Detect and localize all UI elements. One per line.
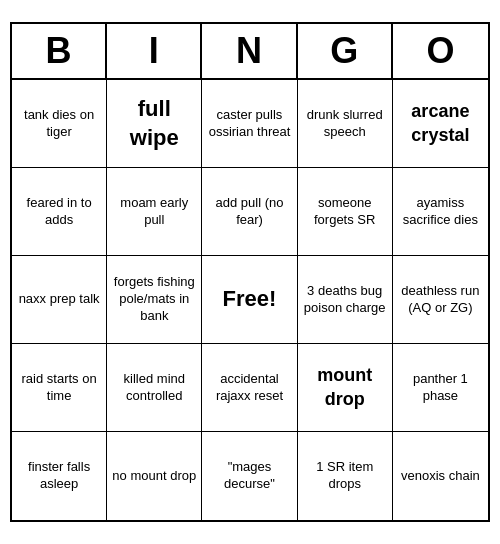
bingo-cell-11[interactable]: forgets fishing pole/mats in bank [107, 256, 202, 344]
cell-text-15: raid starts on time [16, 371, 102, 405]
cell-text-1: full wipe [111, 95, 197, 152]
bingo-cell-17[interactable]: accidental rajaxx reset [202, 344, 297, 432]
cell-text-5: feared in to adds [16, 195, 102, 229]
cell-text-7: add pull (no fear) [206, 195, 292, 229]
bingo-cell-18[interactable]: mount drop [298, 344, 393, 432]
bingo-cell-16[interactable]: killed mind controlled [107, 344, 202, 432]
bingo-cell-13[interactable]: 3 deaths bug poison charge [298, 256, 393, 344]
bingo-cell-24[interactable]: venoxis chain [393, 432, 488, 520]
cell-text-14: deathless run (AQ or ZG) [397, 283, 484, 317]
cell-text-16: killed mind controlled [111, 371, 197, 405]
cell-text-6: moam early pull [111, 195, 197, 229]
bingo-header: BINGO [12, 24, 488, 80]
bingo-cell-14[interactable]: deathless run (AQ or ZG) [393, 256, 488, 344]
cell-text-4: arcane crystal [397, 100, 484, 147]
cell-text-11: forgets fishing pole/mats in bank [111, 274, 197, 325]
bingo-cell-23[interactable]: 1 SR item drops [298, 432, 393, 520]
bingo-cell-19[interactable]: panther 1 phase [393, 344, 488, 432]
cell-text-23: 1 SR item drops [302, 459, 388, 493]
cell-text-10: naxx prep talk [19, 291, 100, 308]
bingo-cell-2[interactable]: caster pulls ossirian threat [202, 80, 297, 168]
cell-text-17: accidental rajaxx reset [206, 371, 292, 405]
bingo-cell-20[interactable]: finster falls asleep [12, 432, 107, 520]
bingo-cell-10[interactable]: naxx prep talk [12, 256, 107, 344]
cell-text-18: mount drop [302, 364, 388, 411]
cell-text-3: drunk slurred speech [302, 107, 388, 141]
header-letter-i: I [107, 24, 202, 78]
bingo-cell-1[interactable]: full wipe [107, 80, 202, 168]
cell-text-2: caster pulls ossirian threat [206, 107, 292, 141]
cell-text-0: tank dies on tiger [16, 107, 102, 141]
bingo-cell-8[interactable]: someone forgets SR [298, 168, 393, 256]
cell-text-9: ayamiss sacrifice dies [397, 195, 484, 229]
bingo-cell-0[interactable]: tank dies on tiger [12, 80, 107, 168]
cell-text-12: Free! [223, 285, 277, 314]
bingo-cell-7[interactable]: add pull (no fear) [202, 168, 297, 256]
cell-text-19: panther 1 phase [397, 371, 484, 405]
bingo-cell-22[interactable]: "mages decurse" [202, 432, 297, 520]
bingo-cell-6[interactable]: moam early pull [107, 168, 202, 256]
cell-text-21: no mount drop [112, 468, 196, 485]
header-letter-n: N [202, 24, 297, 78]
bingo-cell-4[interactable]: arcane crystal [393, 80, 488, 168]
bingo-cell-5[interactable]: feared in to adds [12, 168, 107, 256]
cell-text-20: finster falls asleep [16, 459, 102, 493]
bingo-grid: tank dies on tigerfull wipecaster pulls … [12, 80, 488, 520]
bingo-cell-9[interactable]: ayamiss sacrifice dies [393, 168, 488, 256]
bingo-cell-3[interactable]: drunk slurred speech [298, 80, 393, 168]
cell-text-24: venoxis chain [401, 468, 480, 485]
cell-text-13: 3 deaths bug poison charge [302, 283, 388, 317]
cell-text-8: someone forgets SR [302, 195, 388, 229]
bingo-cell-12[interactable]: Free! [202, 256, 297, 344]
header-letter-b: B [12, 24, 107, 78]
bingo-cell-15[interactable]: raid starts on time [12, 344, 107, 432]
header-letter-g: G [298, 24, 393, 78]
header-letter-o: O [393, 24, 488, 78]
bingo-card: BINGO tank dies on tigerfull wipecaster … [10, 22, 490, 522]
bingo-cell-21[interactable]: no mount drop [107, 432, 202, 520]
cell-text-22: "mages decurse" [206, 459, 292, 493]
